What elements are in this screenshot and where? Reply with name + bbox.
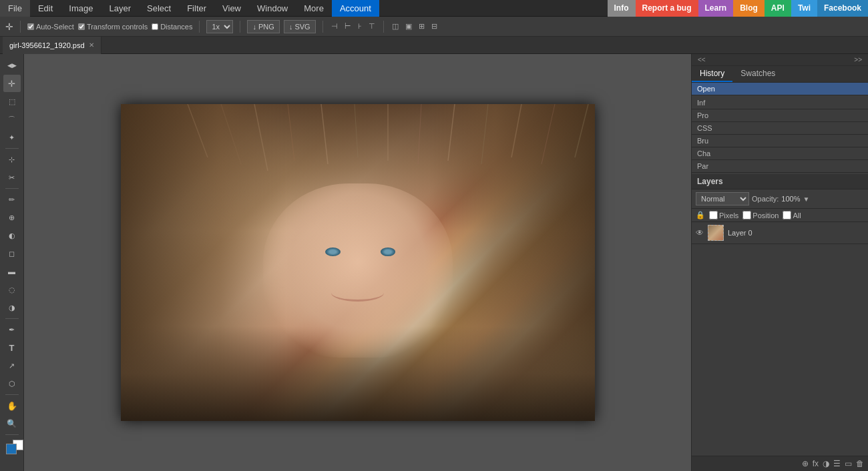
tab-swatches[interactable]: Swatches [732,66,783,82]
tool-text[interactable]: T [3,339,21,356]
side-item-inf[interactable]: Inf [692,97,868,109]
left-toolbar-sep-3 [5,318,19,319]
history-item-open[interactable]: Open [692,83,868,95]
menu-layer[interactable]: Layer [101,0,140,17]
tab-girl-file[interactable]: girl-3956612_1920.psd ✕ [3,37,101,54]
auto-select-checkbox[interactable]: Auto-Select [27,23,74,31]
layer-new-icon[interactable]: ▭ [845,459,852,468]
side-panel-items: Inf Pro CSS Bru Cha Par [692,95,868,174]
position-label: Position [752,211,779,219]
svg-line-3 [288,104,294,161]
tool-hand[interactable]: ✋ [3,397,21,414]
layer-link-icon[interactable]: ⊕ [802,459,809,468]
distribute-icon[interactable]: ⊞ [417,21,426,32]
nav-learn[interactable]: Learn [698,0,734,17]
side-item-par[interactable]: Par [692,160,868,173]
tool-crop[interactable]: ⊹ [3,151,21,168]
layer-delete-icon[interactable]: 🗑 [856,459,864,468]
canvas-image [121,104,595,421]
side-item-par-label: Par [697,162,708,170]
align-left-icon[interactable]: ⊣ [330,21,339,32]
align-right-icon[interactable]: ⊦ [357,21,363,32]
layer-fx-icon[interactable]: fx [813,459,819,468]
tool-arrow[interactable]: ↗ [3,357,21,374]
move-tool-icon: ✛ [5,21,13,32]
nav-blog[interactable]: Blog [733,0,765,17]
tool-select-rect[interactable]: ⬚ [3,93,21,110]
collapse-right-btn[interactable]: >> [852,55,864,64]
tool-blur[interactable]: ◌ [3,281,21,298]
menu-edit[interactable]: Edit [30,0,61,17]
all-checkbox-label[interactable]: All [783,211,801,219]
align-center2-icon[interactable]: ▣ [404,21,413,32]
tool-shape[interactable]: ⬡ [3,375,21,392]
nav-report-bug[interactable]: Report a bug [636,0,698,17]
side-item-cha-label: Cha [697,149,710,157]
layers-footer: ⊕ fx ◑ ☰ ▭ 🗑 [692,456,868,471]
collapse-left-btn[interactable]: << [696,55,708,64]
side-item-pro[interactable]: Pro [692,109,868,122]
blend-mode-select[interactable]: Normal [696,192,749,205]
layer-item-0[interactable]: 👁 Layer 0 [692,222,868,244]
tool-dodge[interactable]: ◑ [3,299,21,316]
pixels-checkbox-label[interactable]: Pixels [709,211,738,219]
align-top-icon[interactable]: ⊤ [367,21,377,32]
menu-account[interactable]: Account [332,0,379,17]
tab-history[interactable]: History [692,66,732,82]
menu-filter[interactable]: Filter [179,0,214,17]
menu-window[interactable]: Window [249,0,296,17]
menu-file[interactable]: File [0,0,30,17]
tool-slice[interactable]: ✂ [3,169,21,186]
tool-eraser[interactable]: ◻ [3,245,21,262]
side-item-bru-label: Bru [697,137,708,145]
side-item-cha[interactable]: Cha [692,147,868,160]
png-download-button[interactable]: ↓ PNG [247,20,279,33]
position-checkbox-label[interactable]: Position [742,211,779,219]
tool-heal[interactable]: ⊕ [3,209,21,226]
toolbar-separator-3 [240,21,240,33]
menu-select[interactable]: Select [139,0,179,17]
opacity-label: Opacity: [752,195,779,203]
tool-move[interactable]: ✛ [3,75,21,92]
side-item-bru[interactable]: Bru [692,135,868,147]
layer-mask-icon[interactable]: ◑ [823,459,829,468]
svg-download-button[interactable]: ↓ SVG [284,20,316,33]
tool-pen[interactable]: ✒ [3,321,21,338]
nav-twitter[interactable]: Twi [791,0,817,17]
tool-brush[interactable]: ◐ [3,227,21,244]
tool-more-arrow[interactable]: ◀▶ [3,57,21,74]
tool-magic-wand[interactable]: ✦ [3,129,21,146]
tool-lasso[interactable]: ⌒ [3,111,21,128]
auto-select-input[interactable] [27,23,34,30]
distances-checkbox[interactable]: Distances [152,23,192,31]
layer-group-icon[interactable]: ☰ [833,459,841,468]
foreground-color-box[interactable] [6,444,17,454]
menu-image[interactable]: Image [61,0,101,17]
nav-api[interactable]: API [765,0,791,17]
nav-info[interactable]: Info [608,0,636,17]
side-item-css[interactable]: CSS [692,122,868,135]
pixels-checkbox[interactable] [709,211,718,219]
options-toolbar: ✛ Auto-Select Transform controls Distanc… [0,17,868,37]
transform-controls-input[interactable] [78,23,85,30]
tab-close-icon[interactable]: ✕ [89,41,94,49]
pixels-label: Pixels [719,211,738,219]
toolbar-separator-2 [199,21,200,33]
align-center-h-icon[interactable]: ⊢ [343,21,353,32]
distances-input[interactable] [152,23,158,30]
align-left2-icon[interactable]: ◫ [391,21,400,32]
nav-facebook[interactable]: Facebook [817,0,868,17]
menu-view[interactable]: View [214,0,249,17]
all-checkbox[interactable] [783,211,791,219]
zoom-select[interactable]: 1x [206,20,233,33]
position-checkbox[interactable] [742,211,751,219]
opacity-arrow-icon[interactable]: ▼ [803,195,810,203]
layer-visibility-icon[interactable]: 👁 [696,228,704,238]
transform-controls-checkbox[interactable]: Transform controls [78,23,148,31]
menu-more[interactable]: More [296,0,332,17]
opacity-value: 100% [781,195,800,203]
tool-zoom[interactable]: 🔍 [3,415,21,432]
tool-eyedrop[interactable]: ✏ [3,191,21,208]
tool-gradient[interactable]: ▬ [3,263,21,280]
link-icon[interactable]: ⊟ [430,21,439,32]
